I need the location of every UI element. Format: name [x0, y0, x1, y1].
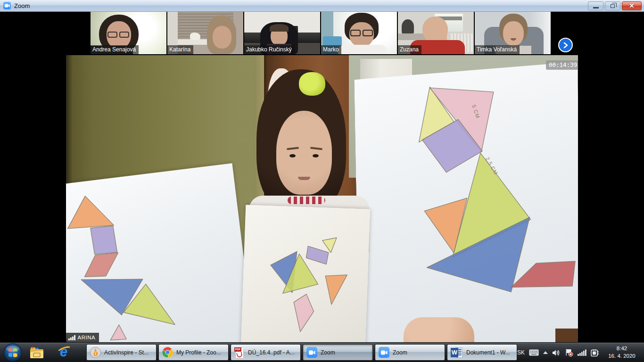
taskbar-button-activinspire[interactable]: ActivInspire - St... [86, 344, 157, 361]
system-tray: SK 8:42 16. 4. 2020 [517, 343, 644, 362]
tangram-fish-drawing [241, 205, 370, 342]
chrome-icon [162, 347, 173, 358]
windows-taskbar: e ActivInspire - St... My Profile - Zoo.… [0, 342, 644, 362]
taskbar-button-pdf[interactable]: PDF DÚ_16.4..pdf - A... [231, 344, 301, 361]
window-title: Zoom [14, 2, 30, 9]
person-body [338, 45, 387, 54]
taskbar-button-label: Zoom [321, 349, 335, 356]
taskbar-button-chrome[interactable]: My Profile - Zoo... [158, 344, 229, 361]
main-stage: 5 CM 2,5 CM [0, 54, 644, 342]
participant-name: Katarína [167, 45, 193, 54]
table-corner [555, 329, 578, 342]
minimize-icon [593, 7, 599, 8]
clock-time: 8:42 [603, 345, 640, 353]
participants-filmstrip: Andrea Senajová Katarína Jakubko Ručinsk… [0, 12, 644, 54]
start-button[interactable] [3, 343, 22, 362]
person-face [213, 26, 231, 49]
speaker-name-tag: ARINA [66, 333, 99, 342]
glasses [350, 30, 361, 36]
taskbar-clock[interactable]: 8:42 16. 4. 2020 [603, 345, 640, 360]
taskbar-button-label: My Profile - Zoo... [176, 349, 221, 356]
active-speaker-video: 5 CM 2,5 CM [66, 55, 578, 342]
girl-mouth [298, 177, 310, 180]
zoom-app-icon [3, 2, 11, 9]
word-icon: W [451, 347, 463, 358]
person-face [503, 21, 524, 46]
participant-name: Andrea Senajová [91, 45, 139, 54]
taskbar-button-word[interactable]: W Dokument1 - W... [447, 344, 517, 361]
ornament [190, 33, 200, 40]
desk-lamp [402, 19, 414, 33]
network-signal-icon[interactable] [578, 349, 586, 356]
glasses [107, 32, 117, 38]
activinspire-icon [90, 347, 101, 358]
participant-name: Timka Voľanská [475, 45, 520, 54]
power-plug-icon[interactable] [591, 349, 599, 357]
child-hand [404, 317, 474, 342]
participant-video-andrea[interactable]: Andrea Senajová [91, 12, 166, 54]
taskbar-button-label: Dokument1 - W... [466, 349, 510, 356]
language-indicator[interactable]: SK [517, 349, 525, 356]
glasses [363, 30, 373, 36]
zoom-icon [306, 347, 317, 358]
windows-explorer-icon [29, 346, 44, 359]
keyboard-icon[interactable] [529, 349, 539, 356]
shirt-collar-pattern [288, 197, 325, 204]
window-titlebar: Zoom ✕ [0, 0, 644, 12]
taskbar-button-label: Zoom [393, 349, 407, 356]
taskbar-button-zoom-2[interactable]: Zoom [375, 344, 445, 361]
tangram-paper-middle [241, 205, 370, 342]
taskbar-button-label: ActivInspire - St... [104, 349, 149, 356]
pdf-icon: PDF [234, 346, 245, 359]
hair-scrunchie [299, 72, 325, 96]
action-center-flag-icon[interactable] [565, 349, 573, 357]
participant-name: Jakubko Ručinský [244, 45, 295, 54]
restore-icon [611, 4, 615, 8]
clock-date: 16. 4. 2020 [603, 353, 640, 360]
restore-button[interactable] [605, 1, 620, 10]
volume-icon[interactable] [552, 349, 561, 356]
speaker-name: ARINA [78, 335, 96, 340]
participant-video-jakubko[interactable]: Jakubko Ručinský [244, 12, 320, 54]
taskbar-button-zoom-1[interactable]: Zoom [303, 344, 373, 361]
participant-video-zuzana[interactable]: Zuzana [398, 12, 474, 54]
taskbar-button-label: DÚ_16.4..pdf - A... [248, 349, 295, 356]
participant-name: Zuzana [398, 45, 421, 54]
girl-eye [289, 154, 296, 157]
person-hair [270, 24, 289, 32]
close-button[interactable]: ✕ [622, 1, 642, 10]
tangram-swan-drawing [66, 163, 254, 342]
tangram-paper-right: 5 CM 2,5 CM [354, 62, 578, 342]
girl-eye [313, 154, 319, 157]
girl-face [276, 111, 332, 195]
close-icon: ✕ [629, 3, 635, 9]
tangram-paper-left [66, 163, 254, 342]
internet-explorer-icon: e [58, 346, 73, 360]
explorer-taskbar-button[interactable] [26, 345, 47, 361]
participant-video-katarina[interactable]: Katarína [167, 12, 243, 54]
participant-video-marko[interactable]: Marko [321, 12, 397, 54]
next-participants-button[interactable] [558, 38, 573, 52]
meeting-timer: 00:14:39 [546, 60, 578, 70]
glasses [119, 32, 129, 38]
signal-strength-icon [68, 335, 75, 340]
participant-name: Marko [321, 45, 341, 54]
zoom-icon [379, 347, 389, 358]
chevron-right-icon [563, 42, 569, 49]
tangram-duck-drawing [354, 62, 578, 342]
show-hidden-icons-button[interactable] [543, 351, 548, 354]
internet-explorer-taskbar-button[interactable]: e [55, 345, 75, 361]
windows-logo-icon [3, 343, 22, 362]
minimize-button[interactable] [588, 1, 603, 10]
participant-video-timka[interactable]: Timka Voľanská [475, 12, 551, 54]
